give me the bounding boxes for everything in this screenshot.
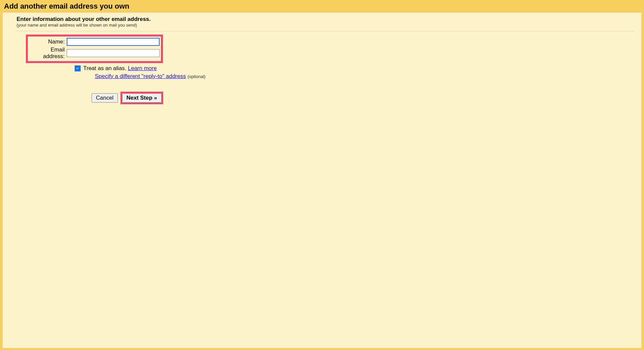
reply-to-row: Specify a different "reply-to" address (… [26,73,641,80]
name-input[interactable] [67,38,160,46]
highlight-box-next: Next Step » [120,92,163,104]
optional-label: (optional) [187,74,205,79]
name-label: Name: [29,39,67,45]
alias-text: Treat as an alias. [83,65,128,71]
alias-checkbox[interactable] [75,65,81,71]
checkmark-icon [75,66,80,71]
email-label: Email address: [29,46,67,60]
learn-more-link[interactable]: Learn more [128,65,157,71]
intro-subtitle: (your name and email address will be sho… [17,23,641,28]
alias-row: Treat as an alias. Learn more [26,65,641,72]
next-step-button[interactable]: Next Step » [122,93,162,103]
dialog-title: Add another email address you own [4,2,129,10]
divider [16,31,635,31]
email-row: Email address: [29,46,160,60]
form-area: Name: Email address: Treat as an alias. … [3,35,641,104]
content-area: Enter information about your other email… [3,13,641,348]
intro-title: Enter information about your other email… [17,16,641,23]
button-row: Cancel Next Step » [26,92,641,104]
reply-to-link[interactable]: Specify a different "reply-to" address [95,73,186,79]
name-row: Name: [29,38,160,46]
cancel-button[interactable]: Cancel [92,93,118,103]
intro-block: Enter information about your other email… [3,15,641,30]
dialog-title-bar: Add another email address you own [0,0,644,13]
highlight-box-inputs: Name: Email address: [26,35,163,63]
email-input[interactable] [67,49,160,57]
